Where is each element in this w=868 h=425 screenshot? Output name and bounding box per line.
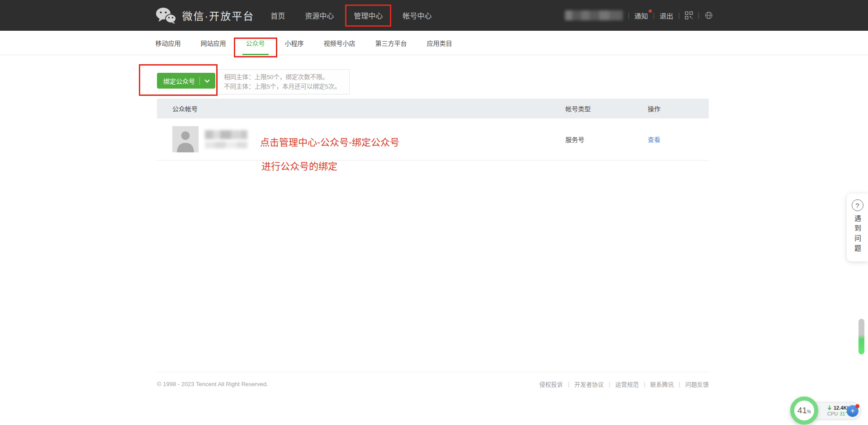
active-tab-underline — [242, 54, 269, 55]
copyright-text: © 1998 - 2023 Tencent All Right Reserved… — [157, 381, 268, 387]
tooltip-line-1: 相同主体：上限50个，绑定次数不限。 — [224, 72, 343, 82]
tab-website-app[interactable]: 网站应用 — [201, 31, 226, 55]
header-type: 帐号类型 — [565, 104, 648, 113]
bind-button-label: 绑定公众号 — [163, 76, 195, 85]
table-header-row: 公众帐号 帐号类型 操作 — [157, 99, 709, 118]
account-type-cell: 服务号 — [565, 135, 648, 144]
scrollbar-thumb[interactable] — [859, 319, 864, 354]
help-widget-label: 遇到问题 — [853, 215, 862, 255]
divider: | — [568, 381, 569, 387]
footer-link-developer-agreement[interactable]: 开发者协议 — [574, 380, 604, 388]
percent-symbol: % — [807, 409, 811, 414]
divider: | — [609, 381, 610, 387]
view-link[interactable]: 查看 — [648, 136, 660, 143]
header-account: 公众帐号 — [157, 104, 565, 113]
divider: | — [679, 381, 680, 387]
help-widget[interactable]: ? 遇到问题 — [847, 194, 868, 261]
page-footer: © 1998 - 2023 Tencent All Right Reserved… — [157, 372, 709, 388]
question-mark-icon: ? — [852, 199, 863, 211]
divider: | — [653, 12, 655, 19]
add-button[interactable]: + — [847, 405, 859, 417]
tab-channels-shop[interactable]: 视频号小店 — [324, 31, 356, 55]
notifications-link[interactable]: 通知 — [635, 11, 648, 20]
divider: | — [628, 12, 630, 19]
tab-mobile-app[interactable]: 移动应用 — [156, 31, 181, 55]
avatar — [172, 126, 199, 152]
redacted-username[interactable] — [565, 10, 623, 20]
tab-mini-program[interactable]: 小程序 — [285, 31, 304, 55]
logout-link[interactable]: 退出 — [659, 11, 673, 20]
annotation-text-line2: 进行公众号的绑定 — [261, 159, 337, 172]
tooltip-line-2: 不同主体：上限5个，本月还可以绑定5次。 — [224, 82, 343, 91]
alert-dot — [855, 404, 859, 408]
chevron-down-icon[interactable] — [204, 79, 210, 83]
plus-icon: + — [850, 406, 855, 416]
nav-item-home[interactable]: 首页 — [270, 0, 285, 31]
brand-logo: 微信·开放平台 — [156, 7, 255, 24]
wechat-logo-icon — [156, 7, 176, 24]
bind-limit-tooltip: 相同主体：上限50个，绑定次数不限。 不同主体：上限5个，本月还可以绑定5次。 — [218, 69, 350, 94]
divider: | — [698, 12, 700, 19]
official-accounts-table: 公众帐号 帐号类型 操作 点击管理中心-公众号-绑定公众号 服务号 查看 — [157, 99, 709, 161]
nav-item-label: 管理中心 — [354, 10, 383, 21]
footer-link-feedback[interactable]: 问题反馈 — [685, 380, 709, 388]
divider: | — [678, 12, 680, 19]
tab-label: 公众号 — [246, 38, 265, 47]
primary-nav: 首页 资源中心 管理中心 帐号中心 — [270, 0, 432, 31]
tab-third-party-platform[interactable]: 第三方平台 — [375, 31, 407, 55]
header-action: 操作 — [648, 104, 709, 113]
notifications-label: 通知 — [635, 12, 648, 20]
footer-links: 侵权投诉 | 开发者协议 | 运营规范 | 联系腾讯 | 问题反馈 — [539, 380, 709, 388]
button-divider — [199, 77, 200, 85]
download-arrow-icon — [827, 405, 832, 411]
top-navigation-bar: 微信·开放平台 首页 资源中心 管理中心 帐号中心 | 通知 | 退出 | — [0, 0, 868, 31]
nav-item-management-center[interactable]: 管理中心 — [354, 0, 383, 31]
annotation-text-line1: 点击管理中心-公众号-绑定公众号 — [260, 135, 399, 148]
user-area: | 通知 | 退出 | | — [565, 10, 713, 20]
divider: | — [644, 381, 645, 387]
footer-link-infringement[interactable]: 侵权投诉 — [539, 380, 563, 388]
footer-link-contact-tencent[interactable]: 联系腾讯 — [650, 380, 674, 388]
language-globe-icon[interactable] — [705, 11, 713, 19]
table-row: 点击管理中心-公众号-绑定公众号 服务号 查看 — [157, 118, 709, 161]
bind-official-account-button[interactable]: 绑定公众号 — [157, 73, 215, 89]
tab-app-category[interactable]: 应用类目 — [427, 31, 452, 55]
redacted-account-name — [205, 130, 247, 148]
footer-link-operation-rules[interactable]: 运营规范 — [615, 380, 639, 388]
nav-item-account-center[interactable]: 帐号中心 — [403, 0, 432, 31]
secondary-tab-bar: 移动应用 网站应用 公众号 小程序 视频号小店 第三方平台 应用类目 — [0, 31, 868, 55]
percent-value: 41 — [797, 406, 807, 416]
cpu-label: CPU — [827, 411, 838, 417]
page-title: 微信·开放平台 — [182, 8, 255, 23]
notification-badge-dot — [649, 9, 652, 13]
qr-code-icon[interactable] — [685, 11, 693, 19]
memory-percent-ring[interactable]: 41 % — [790, 397, 818, 425]
tab-official-account[interactable]: 公众号 — [246, 31, 265, 55]
nav-item-resource-center[interactable]: 资源中心 — [305, 0, 334, 31]
